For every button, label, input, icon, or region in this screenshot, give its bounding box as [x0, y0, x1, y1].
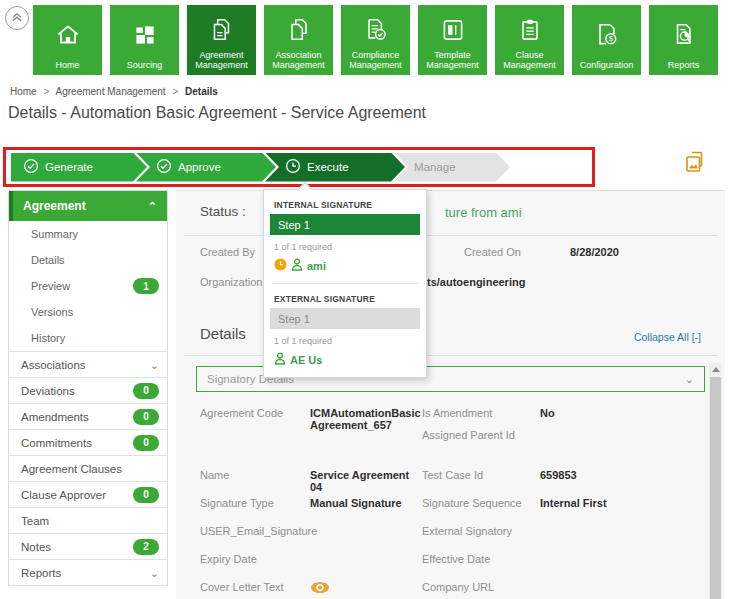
- field-label: Agreement Code: [200, 405, 310, 419]
- sidebar-item-summary[interactable]: Summary: [9, 221, 167, 247]
- template-layout-icon: [439, 5, 467, 50]
- count-badge: 1: [133, 278, 159, 294]
- field-label: Effective Date: [422, 551, 540, 565]
- field-label: Signature Type: [200, 495, 310, 509]
- sidebar-section-commitments[interactable]: Commitments 0: [9, 429, 167, 455]
- nav-tile-reports[interactable]: Reports: [649, 5, 718, 75]
- sidebar-section-label: Deviations: [21, 385, 75, 397]
- sidebar-section-label: Amendments: [21, 411, 89, 423]
- field-row: USER_Email_Signature External Signatory: [200, 523, 681, 551]
- field-label: External Signatory: [422, 523, 540, 537]
- field-label: Signature Sequence: [422, 495, 540, 509]
- sidebar-item-versions[interactable]: Versions: [9, 299, 167, 325]
- sidebar-section-reports[interactable]: Reports ⌄: [9, 559, 167, 585]
- collapse-ribbon-button[interactable]: [5, 6, 29, 30]
- nav-tile-label: Association Management: [264, 50, 333, 70]
- field-value: 659853: [540, 467, 681, 481]
- count-badge: 0: [133, 435, 159, 451]
- documents-stack-icon: [208, 5, 236, 50]
- field-value: [310, 551, 422, 553]
- sidebar-section-label: Reports: [21, 567, 61, 579]
- internal-signature-step[interactable]: Step 1: [270, 214, 420, 235]
- created-on-value: 8/28/2020: [570, 246, 619, 258]
- sidebar-section-amendments[interactable]: Amendments 0: [9, 403, 167, 429]
- external-signer: AE Us: [274, 352, 416, 367]
- sidebar-section-associations[interactable]: Associations ⌄: [9, 351, 167, 377]
- nav-tile-agreement-management[interactable]: Agreement Management: [187, 5, 256, 75]
- nav-tile-home[interactable]: Home: [33, 5, 102, 75]
- sidebar-item-label: Details: [31, 254, 65, 266]
- field-label: USER_Email_Signature: [200, 523, 310, 537]
- check-circle-icon: [156, 158, 172, 176]
- count-badge: 0: [133, 383, 159, 399]
- eye-icon[interactable]: [310, 584, 330, 596]
- external-signature-required: 1 of 1 required: [274, 336, 416, 346]
- workflow-step-approve[interactable]: Approve: [136, 153, 276, 182]
- nav-tile-label: Configuration: [578, 60, 636, 70]
- sidebar-section-agreement[interactable]: Agreement ⌃: [9, 191, 167, 221]
- person-icon: [274, 352, 286, 367]
- sidebar-section-team[interactable]: Team: [9, 507, 167, 533]
- external-signature-step[interactable]: Step 1: [270, 308, 420, 329]
- sidebar-item-history[interactable]: History: [9, 325, 167, 351]
- breadcrumb-separator: >: [43, 86, 49, 97]
- created-on-label: Created On: [464, 246, 521, 258]
- organization-value: ts/autoengineering: [427, 276, 525, 288]
- field-value: [540, 579, 681, 581]
- internal-signature-title: INTERNAL SIGNATURE: [274, 200, 416, 210]
- sidebar-item-details[interactable]: Details: [9, 247, 167, 273]
- field-label: Expiry Date: [200, 551, 310, 565]
- workflow-highlight-box: Generate Approve Execute Manage: [3, 147, 595, 187]
- field-row: Name Service Agreement 04 Test Case Id 6…: [200, 467, 681, 495]
- breadcrumb-home[interactable]: Home: [10, 86, 37, 97]
- nav-tile-label: Agreement Management: [187, 50, 256, 70]
- field-label: Name: [200, 467, 310, 481]
- sidebar-section-label: Agreement: [23, 199, 86, 213]
- sidebar-item-label: Preview: [31, 280, 70, 292]
- collapse-all-link[interactable]: Collapse All [-]: [634, 331, 701, 343]
- sidebar-section-clause-approver[interactable]: Clause Approver 0: [9, 481, 167, 507]
- sidebar-item-preview[interactable]: Preview 1: [9, 273, 167, 299]
- sidebar-section-label: Team: [21, 515, 49, 527]
- internal-signature-required: 1 of 1 required: [274, 242, 416, 252]
- field-row: Agreement Code ICMAutomationBasic Agreem…: [200, 405, 681, 467]
- sidebar-item-label: Summary: [31, 228, 78, 240]
- signer-name: ami: [307, 260, 326, 272]
- sidebar-section-deviations[interactable]: Deviations 0: [9, 377, 167, 403]
- workflow-step-execute[interactable]: Execute: [265, 153, 405, 182]
- field-value: [310, 579, 422, 596]
- external-signature-title: EXTERNAL SIGNATURE: [274, 294, 416, 304]
- main-panel: Status : ture from ami Created By Create…: [176, 190, 725, 599]
- field-row: Signature Type Manual Signature Signatur…: [200, 495, 681, 523]
- chevron-up-icon: ⌃: [148, 201, 157, 211]
- field-row: Cover Letter Text Company URL: [200, 579, 681, 599]
- breadcrumb-agreement-management[interactable]: Agreement Management: [56, 86, 166, 97]
- workflow-step-label: Execute: [307, 161, 349, 173]
- scrollbar-thumb[interactable]: [710, 377, 721, 599]
- field-label: Assigned Parent Id: [422, 429, 540, 441]
- count-badge: 2: [133, 539, 159, 555]
- nav-tile-template-management[interactable]: Template Management: [418, 5, 487, 75]
- nav-tile-association-management[interactable]: Association Management: [264, 5, 333, 75]
- workflow-step-generate[interactable]: Generate: [11, 153, 147, 182]
- nav-tile-clause-management[interactable]: Clause Management: [495, 5, 564, 75]
- workflow-step-label: Generate: [45, 161, 93, 173]
- scroll-up-arrow[interactable]: [709, 363, 722, 376]
- breadcrumb: Home > Agreement Management > Details: [10, 86, 218, 97]
- document-image-icon[interactable]: [683, 150, 707, 180]
- count-badge: 0: [133, 409, 159, 425]
- internal-signer: ami: [274, 258, 416, 273]
- sidebar-section-agreement-clauses[interactable]: Agreement Clauses: [9, 455, 167, 481]
- nav-tile-configuration[interactable]: $ Configuration: [572, 5, 641, 75]
- clock-icon: [285, 158, 301, 176]
- nav-tile-label: Clause Management: [495, 50, 564, 70]
- workflow-step-manage[interactable]: Manage: [394, 153, 510, 182]
- vertical-scrollbar[interactable]: [709, 363, 722, 599]
- chevron-down-icon: ⌄: [150, 568, 159, 578]
- documents-pair-icon: [285, 5, 313, 50]
- check-circle-icon: [23, 158, 39, 176]
- nav-tile-sourcing[interactable]: Sourcing: [110, 5, 179, 75]
- nav-tile-compliance-management[interactable]: Compliance Management: [341, 5, 410, 75]
- sidebar-section-notes[interactable]: Notes 2: [9, 533, 167, 559]
- field-value: No: [540, 405, 681, 419]
